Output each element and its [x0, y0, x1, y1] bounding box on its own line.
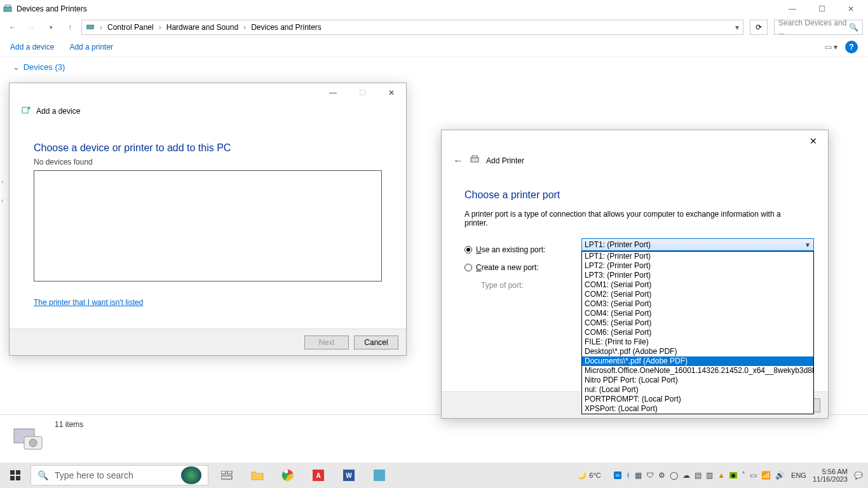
dialog-minimize-button[interactable]: — [318, 83, 348, 102]
breadcrumb-item[interactable]: Control Panel [107, 23, 154, 32]
tray-icon[interactable]: ∞ [614, 471, 621, 479]
security-icon[interactable]: 🛡 [646, 471, 654, 480]
svg-point-8 [29, 439, 37, 447]
port-option[interactable]: Microsoft.Office.OneNote_16001.14326.214… [582, 366, 813, 376]
taskbar-clock[interactable]: 5:56 AM 11/16/2023 [813, 468, 848, 483]
system-tray[interactable]: ∞ ᚼ ▦ 🛡 ⚙ ◯ ☁ ▤ ▥ ▲ ◉ ˄ ▭ 📶 🔊 [614, 471, 785, 480]
search-input[interactable]: Search Devices and ... 🔍 [774, 20, 863, 35]
word-app[interactable]: W [334, 463, 363, 488]
bluetooth-icon[interactable]: ᚼ [626, 471, 630, 480]
back-button[interactable]: ← [453, 155, 463, 166]
port-option[interactable]: LPT3: (Printer Port) [582, 271, 813, 280]
port-option[interactable]: COM1: (Serial Port) [582, 280, 813, 290]
nvidia-icon[interactable]: ◉ [729, 472, 737, 478]
add-device-link[interactable]: Add a device [10, 43, 54, 51]
address-dropdown-icon[interactable]: ▾ [735, 23, 739, 32]
add-device-dialog: — ☐ ✕ Add a device Choose a device or pr… [9, 83, 407, 356]
dialog-close-button[interactable]: ✕ [799, 130, 828, 152]
file-explorer-app[interactable] [243, 463, 272, 488]
port-option[interactable]: FILE: (Print to File) [582, 337, 813, 347]
dialog-description: A printer port is a type of connection t… [465, 210, 805, 227]
port-option[interactable]: nul: (Local Port) [582, 385, 813, 395]
port-option[interactable]: COM5: (Serial Port) [582, 318, 813, 328]
window-title: Devices and Printers [17, 4, 87, 13]
devices-large-icon [11, 425, 44, 452]
breadcrumb-sep: › [100, 23, 102, 32]
group-label: Devices (3) [24, 62, 65, 72]
cancel-button[interactable]: Cancel [354, 336, 398, 349]
svg-rect-5 [472, 156, 477, 158]
minimize-button[interactable]: — [778, 0, 807, 18]
tray-icon[interactable]: ▦ [635, 471, 642, 480]
maximize-button[interactable]: ☐ [807, 0, 836, 18]
address-bar[interactable]: › Control Panel › Hardware and Sound › D… [81, 20, 743, 35]
tray-icon[interactable]: ⚙ [658, 471, 665, 480]
port-option[interactable]: PORTPROMPT: (Local Port) [582, 395, 813, 404]
acrobat-app[interactable]: A [304, 463, 333, 488]
app-icon[interactable] [365, 463, 394, 488]
breadcrumb-item[interactable]: Devices and Printers [251, 23, 322, 32]
port-option[interactable]: COM4: (Serial Port) [582, 309, 813, 318]
help-button[interactable]: ? [845, 41, 858, 53]
tray-icon[interactable]: ▤ [695, 471, 702, 480]
weather-widget[interactable]: 🌙 6°C [578, 471, 600, 480]
port-select[interactable]: LPT1: (Printer Port) ▼ [581, 238, 814, 251]
dialog-maximize-button[interactable]: ☐ [348, 83, 377, 102]
wifi-icon[interactable]: 📶 [761, 471, 771, 480]
printer-not-listed-link[interactable]: The printer that I want isn't listed [34, 298, 143, 307]
notifications-button[interactable]: 💬 [854, 471, 863, 480]
tray-icon[interactable]: ▲ [717, 471, 725, 480]
chevron-up-icon[interactable]: ˄ [742, 471, 745, 480]
port-option[interactable]: LPT1: (Printer Port) [582, 252, 813, 261]
type-of-port-label: Type of port: [481, 281, 524, 290]
chevron-down-icon: ⌄ [13, 62, 20, 72]
cortana-icon[interactable] [181, 466, 201, 484]
svg-rect-1 [5, 5, 10, 7]
battery-icon[interactable]: ▭ [750, 471, 757, 480]
port-option[interactable]: COM6: (Serial Port) [582, 328, 813, 337]
back-button[interactable]: ← [5, 20, 20, 35]
scroll-hint-icon: ‹ [1, 197, 3, 204]
svg-text:W: W [346, 472, 352, 479]
tray-icon[interactable]: ◯ [670, 471, 678, 480]
svg-text:A: A [316, 472, 320, 479]
port-option[interactable]: Desktop\*.pdf (Adobe PDF) [582, 347, 813, 356]
close-button[interactable]: ✕ [836, 0, 865, 18]
forward-button[interactable]: → [24, 20, 39, 35]
language-indicator[interactable]: ENG [791, 471, 806, 479]
port-option[interactable]: Documents\*.pdf (Adobe PDF) [582, 356, 813, 366]
taskbar-search[interactable]: 🔍 Type here to search [31, 465, 208, 485]
view-options-button[interactable]: ▭ ▾ [825, 43, 837, 51]
svg-rect-14 [227, 471, 232, 474]
clock-time: 5:56 AM [813, 468, 848, 475]
volume-icon[interactable]: 🔊 [775, 471, 785, 480]
port-dropdown-list[interactable]: LPT1: (Printer Port)LPT2: (Printer Port)… [581, 251, 814, 414]
taskbar: 🔍 Type here to search A W 🌙 6°C ∞ ᚼ ▦ 🛡 … [0, 463, 868, 488]
create-new-port-radio[interactable] [465, 264, 472, 271]
dialog-title: Add Printer [486, 156, 524, 165]
port-option[interactable]: Nitro PDF Port: (Local Port) [582, 376, 813, 385]
dialog-heading: Choose a printer port [465, 189, 805, 201]
recent-dropdown[interactable]: ▾ [43, 20, 58, 35]
scroll-hint-icon: ‹ [1, 178, 3, 185]
add-printer-link[interactable]: Add a printer [69, 43, 113, 51]
svg-rect-3 [22, 107, 28, 113]
device-list[interactable] [34, 170, 382, 281]
use-existing-port-radio[interactable] [465, 246, 472, 254]
port-option[interactable]: COM3: (Serial Port) [582, 299, 813, 309]
task-view-button[interactable] [212, 463, 241, 488]
port-option[interactable]: COM2: (Serial Port) [582, 290, 813, 299]
dialog-close-button[interactable]: ✕ [377, 83, 406, 102]
breadcrumb-item[interactable]: Hardware and Sound [166, 23, 238, 32]
start-button[interactable] [0, 463, 31, 488]
up-button[interactable]: ↑ [62, 20, 78, 35]
refresh-button[interactable]: ⟳ [750, 20, 768, 35]
port-option[interactable]: LPT2: (Printer Port) [582, 261, 813, 271]
toolbar: Add a device Add a printer ▭ ▾ ? [0, 37, 868, 57]
onedrive-icon[interactable]: ☁ [682, 471, 690, 480]
tray-icon[interactable]: ▥ [706, 471, 713, 480]
port-option[interactable]: XPSPort: (Local Port) [582, 404, 813, 414]
svg-rect-10 [16, 470, 20, 475]
devices-group-header[interactable]: ⌄ Devices (3) [0, 57, 868, 77]
chrome-app[interactable] [273, 463, 302, 488]
